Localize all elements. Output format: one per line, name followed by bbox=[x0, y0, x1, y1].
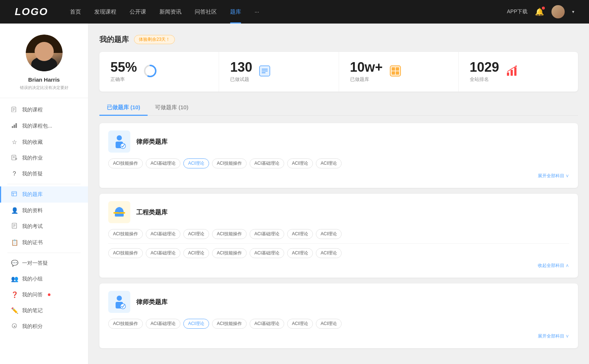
sidebar-label-my-questions: 我的问答 bbox=[22, 292, 43, 298]
sidebar-label-my-qa: 我的答疑 bbox=[22, 171, 43, 177]
svg-rect-6 bbox=[15, 123, 17, 128]
l2-tag-2[interactable]: ACI理论 bbox=[183, 319, 209, 329]
svg-point-38 bbox=[515, 65, 517, 67]
l2-tag-4[interactable]: ACI基础理论 bbox=[250, 319, 284, 329]
done-banks-value: 10w+ bbox=[350, 61, 383, 74]
tag-4[interactable]: ACI基础理论 bbox=[250, 158, 284, 168]
lawyer-icon-wrap-1 bbox=[108, 131, 130, 153]
eng-tag-1[interactable]: ACI基础理论 bbox=[146, 229, 180, 239]
sidebar-label-my-courses: 我的课程 bbox=[22, 107, 43, 113]
sidebar-item-my-qbank[interactable]: 我的题库 bbox=[0, 186, 88, 203]
tag-6[interactable]: ACI理论 bbox=[316, 158, 342, 168]
svg-rect-5 bbox=[14, 125, 15, 128]
eng-tag-5[interactable]: ACI理论 bbox=[287, 229, 313, 239]
eng-tag-2[interactable]: ACI理论 bbox=[183, 229, 209, 239]
eng-tag-0[interactable]: ACI技能操作 bbox=[108, 229, 143, 239]
sidebar-item-my-notes[interactable]: ✏️ 我的笔记 bbox=[0, 303, 88, 318]
homework-icon bbox=[11, 154, 18, 162]
svg-point-39 bbox=[117, 135, 122, 140]
tags-row-engineer-1-row2: ACI技能操作 ACI基础理论 ACI理论 ACI技能操作 ACI基础理论 AC… bbox=[108, 248, 569, 258]
eng-tag-r2-0[interactable]: ACI技能操作 bbox=[108, 248, 143, 258]
eng-tag-r2-2[interactable]: ACI理论 bbox=[183, 248, 209, 258]
page-title: 我的题库 bbox=[99, 35, 129, 44]
notification-bell[interactable]: 🔔 bbox=[535, 7, 544, 16]
lawyer-icon-wrap-2 bbox=[108, 291, 130, 313]
l2-tag-6[interactable]: ACI理论 bbox=[316, 319, 342, 329]
sidebar-label-my-points: 我的积分 bbox=[22, 323, 43, 330]
sidebar-item-my-courses[interactable]: 我的课程 bbox=[0, 102, 88, 118]
avatar-image bbox=[551, 5, 565, 18]
sidebar-item-my-qa[interactable]: ? 我的答疑 bbox=[0, 166, 88, 182]
logo[interactable]: LOGO bbox=[15, 6, 48, 18]
nav-news[interactable]: 新闻资讯 bbox=[159, 8, 181, 15]
points-icon: ★ bbox=[11, 323, 18, 330]
eng-tag-4[interactable]: ACI基础理论 bbox=[250, 229, 284, 239]
eng-tag-r2-6[interactable]: ACI理论 bbox=[316, 248, 342, 258]
qbank-icon bbox=[11, 191, 18, 198]
eng-tag-3[interactable]: ACI技能操作 bbox=[212, 229, 247, 239]
profile-avatar[interactable] bbox=[26, 35, 63, 71]
expand-button-lawyer-1[interactable]: 展开全部科目 ∨ bbox=[108, 171, 569, 181]
eng-tag-r2-3[interactable]: ACI技能操作 bbox=[212, 248, 247, 258]
eng-tag-r2-5[interactable]: ACI理论 bbox=[287, 248, 313, 258]
svg-rect-33 bbox=[392, 71, 395, 75]
tag-3[interactable]: ACI技能操作 bbox=[212, 158, 247, 168]
eng-tag-r2-1[interactable]: ACI基础理论 bbox=[146, 248, 180, 258]
nav-right: APP下载 🔔 ▾ bbox=[507, 5, 574, 18]
tag-5[interactable]: ACI理论 bbox=[287, 158, 313, 168]
nav-qbank[interactable]: 题库 bbox=[230, 8, 241, 15]
nav-qa[interactable]: 问答社区 bbox=[195, 8, 217, 15]
eng-tag-r2-4[interactable]: ACI基础理论 bbox=[250, 248, 284, 258]
trial-badge: 体验剩余23天！ bbox=[134, 35, 175, 44]
sidebar-label-my-cert: 我的证书 bbox=[22, 239, 43, 246]
collapse-button-engineer-1[interactable]: 收起全部科目 ∧ bbox=[108, 261, 569, 270]
sidebar-item-my-group[interactable]: 👥 我的小组 bbox=[0, 271, 88, 287]
l2-tag-3[interactable]: ACI技能操作 bbox=[212, 319, 247, 329]
sidebar-label-my-qbank: 我的题库 bbox=[22, 191, 43, 198]
eng-tag-6[interactable]: ACI理论 bbox=[316, 229, 342, 239]
sidebar: Brian Harris 错误的决定比没有决定要好 我的课程 我的课程包... … bbox=[0, 24, 88, 364]
nav-links: 首页 发现课程 公开课 新闻资讯 问答社区 题库 ··· bbox=[70, 8, 507, 15]
sidebar-item-my-cert[interactable]: 📋 我的证书 bbox=[0, 235, 88, 250]
tab-todo[interactable]: 可做题库 (10) bbox=[148, 100, 196, 116]
tabs-row: 已做题库 (10) 可做题库 (10) bbox=[99, 100, 578, 116]
sidebar-label-one-on-one: 一对一答疑 bbox=[22, 260, 48, 267]
done-questions-label: 已做试题 bbox=[230, 76, 252, 83]
user-menu-chevron[interactable]: ▾ bbox=[572, 9, 574, 14]
sidebar-item-one-on-one[interactable]: 💬 一对一答疑 bbox=[0, 255, 88, 271]
sidebar-menu: 我的课程 我的课程包... ☆ 我的收藏 我的作业 ? 我的答疑 bbox=[0, 102, 88, 335]
sidebar-label-my-profile: 我的资料 bbox=[22, 207, 43, 214]
tag-1[interactable]: ACI基础理论 bbox=[146, 158, 180, 168]
sidebar-item-my-packages[interactable]: 我的课程包... bbox=[0, 118, 88, 134]
expand-button-lawyer-2[interactable]: 展开全部科目 ∨ bbox=[108, 332, 569, 341]
profile-section: Brian Harris 错误的决定比没有决定要好 bbox=[0, 35, 88, 98]
sidebar-item-my-homework[interactable]: 我的作业 bbox=[0, 150, 88, 166]
app-download-button[interactable]: APP下载 bbox=[507, 8, 528, 15]
l2-tag-5[interactable]: ACI理论 bbox=[287, 319, 313, 329]
sidebar-item-my-profile[interactable]: 👤 我的资料 bbox=[0, 203, 88, 218]
l2-tag-0[interactable]: ACI技能操作 bbox=[108, 319, 143, 329]
nav-more[interactable]: ··· bbox=[254, 8, 259, 15]
l2-tag-1[interactable]: ACI基础理论 bbox=[146, 319, 180, 329]
qbank-title-lawyer-1: 律师类题库 bbox=[136, 138, 167, 146]
done-banks-icon bbox=[389, 64, 402, 79]
nav-opencourse[interactable]: 公开课 bbox=[130, 8, 146, 15]
tag-0[interactable]: ACI技能操作 bbox=[108, 158, 143, 168]
sidebar-item-my-favorites[interactable]: ☆ 我的收藏 bbox=[0, 134, 88, 150]
svg-rect-32 bbox=[396, 67, 399, 71]
profile-name: Brian Harris bbox=[28, 76, 60, 83]
tab-done[interactable]: 已做题库 (10) bbox=[99, 100, 148, 116]
sidebar-label-my-notes: 我的笔记 bbox=[22, 307, 43, 314]
nav-discover[interactable]: 发现课程 bbox=[94, 8, 116, 15]
user-avatar[interactable] bbox=[551, 5, 565, 18]
sidebar-item-my-points[interactable]: ★ 我的积分 bbox=[0, 318, 88, 335]
divider-2 bbox=[7, 253, 81, 253]
tag-2[interactable]: ACI理论 bbox=[183, 158, 209, 168]
sidebar-item-my-questions[interactable]: ❓ 我的问答 bbox=[0, 287, 88, 303]
svg-text:★: ★ bbox=[13, 325, 16, 328]
sidebar-item-my-exam[interactable]: 我的考试 bbox=[0, 218, 88, 235]
favorites-icon: ☆ bbox=[11, 139, 18, 146]
qbank-header-engineer-1: 工程类题库 bbox=[108, 201, 569, 223]
nav-home[interactable]: 首页 bbox=[70, 8, 81, 15]
svg-rect-31 bbox=[392, 67, 395, 71]
